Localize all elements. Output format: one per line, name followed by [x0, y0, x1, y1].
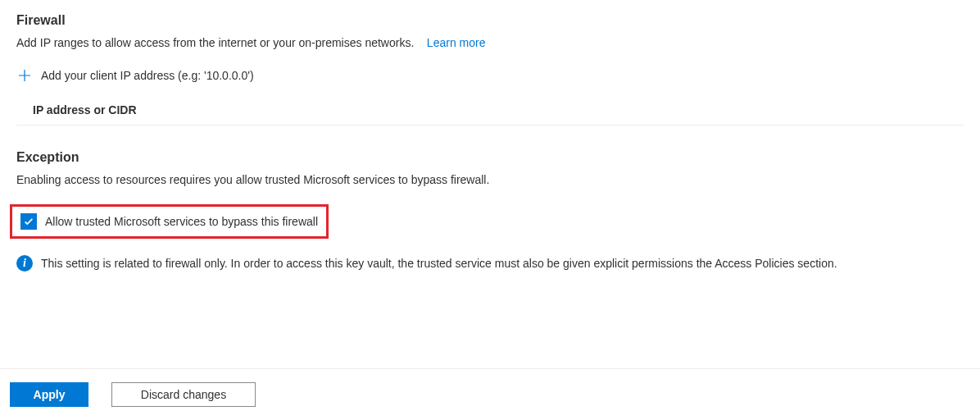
allow-trusted-services-row: Allow trusted Microsoft services to bypa… [20, 213, 318, 230]
apply-button[interactable]: Apply [10, 382, 88, 407]
allow-trusted-services-label: Allow trusted Microsoft services to bypa… [45, 215, 318, 228]
firewall-description-text: Add IP ranges to allow access from the i… [16, 36, 414, 49]
exception-section: Exception Enabling access to resources r… [0, 126, 980, 239]
firewall-section: Firewall Add IP ranges to allow access f… [0, 0, 980, 126]
firewall-description: Add IP ranges to allow access from the i… [16, 36, 964, 49]
allow-trusted-services-checkbox[interactable] [20, 213, 37, 230]
add-client-ip-button[interactable]: Add your client IP address (e.g: '10.0.0… [16, 61, 964, 90]
info-text: This setting is related to firewall only… [41, 257, 837, 270]
firewall-heading: Firewall [16, 13, 964, 28]
discard-changes-button[interactable]: Discard changes [111, 382, 256, 407]
info-icon: i [16, 255, 33, 272]
info-message: i This setting is related to firewall on… [0, 255, 980, 272]
button-bar: Apply Discard changes [0, 368, 980, 407]
add-client-ip-label: Add your client IP address (e.g: '10.0.0… [41, 69, 254, 82]
learn-more-link[interactable]: Learn more [427, 36, 486, 49]
highlighted-checkbox-region: Allow trusted Microsoft services to bypa… [10, 204, 329, 239]
exception-description: Enabling access to resources requires yo… [16, 173, 964, 186]
exception-heading: Exception [16, 150, 964, 165]
plus-icon [16, 69, 33, 82]
ip-table-header: IP address or CIDR [16, 94, 964, 126]
